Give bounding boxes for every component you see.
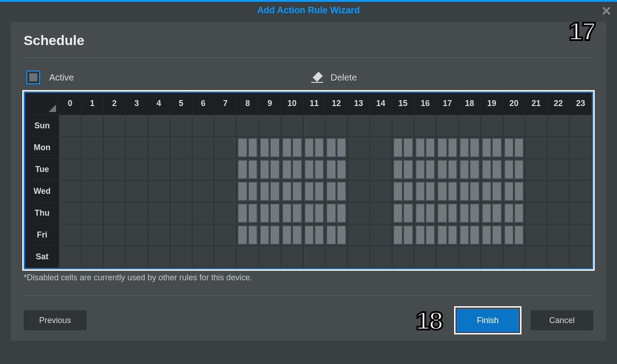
schedule-cell[interactable]: [281, 202, 303, 224]
schedule-cell[interactable]: [348, 224, 370, 246]
schedule-cell[interactable]: [103, 136, 126, 158]
schedule-cell[interactable]: [148, 202, 170, 224]
schedule-cell[interactable]: [547, 180, 570, 202]
schedule-cell[interactable]: [103, 158, 126, 180]
schedule-cell[interactable]: [414, 115, 436, 136]
schedule-cell[interactable]: [303, 115, 325, 136]
hour-header[interactable]: 20: [503, 93, 525, 115]
hour-header[interactable]: 10: [281, 93, 303, 115]
hour-header[interactable]: 21: [525, 93, 547, 115]
schedule-cell[interactable]: [170, 224, 192, 246]
schedule-cell[interactable]: [126, 202, 148, 224]
schedule-cell[interactable]: [192, 115, 214, 136]
schedule-cell[interactable]: [59, 158, 81, 180]
schedule-cell[interactable]: [126, 158, 148, 180]
schedule-cell[interactable]: [392, 246, 414, 268]
schedule-cell[interactable]: [170, 158, 192, 180]
schedule-cell[interactable]: [259, 202, 281, 224]
schedule-cell[interactable]: [480, 158, 503, 180]
hour-header[interactable]: 14: [369, 93, 392, 115]
schedule-cell[interactable]: [303, 246, 325, 268]
schedule-cell[interactable]: [259, 136, 281, 158]
schedule-cell[interactable]: [369, 246, 392, 268]
hour-header[interactable]: 18: [459, 93, 481, 115]
schedule-cell[interactable]: [525, 115, 547, 136]
schedule-cell[interactable]: [325, 246, 348, 268]
schedule-cell[interactable]: [392, 158, 414, 180]
hour-header[interactable]: 11: [303, 93, 325, 115]
schedule-cell[interactable]: [325, 202, 348, 224]
schedule-cell[interactable]: [81, 136, 103, 158]
schedule-cell[interactable]: [392, 224, 414, 246]
schedule-cell[interactable]: [480, 136, 503, 158]
schedule-cell[interactable]: [281, 246, 303, 268]
schedule-cell[interactable]: [414, 246, 436, 268]
schedule-cell[interactable]: [126, 136, 148, 158]
schedule-cell[interactable]: [237, 115, 259, 136]
schedule-cell[interactable]: [436, 202, 459, 224]
schedule-cell[interactable]: [503, 224, 525, 246]
schedule-cell[interactable]: [214, 246, 237, 268]
schedule-cell[interactable]: [103, 202, 126, 224]
schedule-cell[interactable]: [148, 136, 170, 158]
schedule-cell[interactable]: [569, 115, 592, 136]
schedule-cell[interactable]: [348, 180, 370, 202]
schedule-cell[interactable]: [325, 180, 348, 202]
schedule-cell[interactable]: [126, 224, 148, 246]
schedule-cell[interactable]: [259, 224, 281, 246]
schedule-cell[interactable]: [547, 202, 570, 224]
schedule-cell[interactable]: [81, 202, 103, 224]
schedule-cell[interactable]: [148, 180, 170, 202]
schedule-cell[interactable]: [81, 180, 103, 202]
schedule-cell[interactable]: [81, 158, 103, 180]
schedule-cell[interactable]: [459, 115, 481, 136]
schedule-cell[interactable]: [237, 180, 259, 202]
schedule-cell[interactable]: [348, 158, 370, 180]
schedule-cell[interactable]: [459, 180, 481, 202]
schedule-cell[interactable]: [480, 246, 503, 268]
schedule-cell[interactable]: [281, 180, 303, 202]
schedule-cell[interactable]: [59, 115, 81, 136]
schedule-cell[interactable]: [348, 136, 370, 158]
schedule-cell[interactable]: [303, 224, 325, 246]
schedule-cell[interactable]: [325, 224, 348, 246]
schedule-cell[interactable]: [148, 224, 170, 246]
schedule-cell[interactable]: [59, 224, 81, 246]
schedule-cell[interactable]: [414, 136, 436, 158]
schedule-cell[interactable]: [59, 136, 81, 158]
hour-header[interactable]: 8: [237, 93, 259, 115]
schedule-cell[interactable]: [503, 115, 525, 136]
hour-header[interactable]: 6: [192, 93, 214, 115]
schedule-cell[interactable]: [480, 224, 503, 246]
schedule-cell[interactable]: [436, 136, 459, 158]
schedule-cell[interactable]: [525, 136, 547, 158]
schedule-cell[interactable]: [569, 136, 592, 158]
schedule-cell[interactable]: [547, 224, 570, 246]
schedule-cell[interactable]: [459, 136, 481, 158]
hour-header[interactable]: 4: [148, 93, 170, 115]
schedule-cell[interactable]: [214, 224, 237, 246]
hour-header[interactable]: 12: [325, 93, 348, 115]
schedule-cell[interactable]: [192, 180, 214, 202]
schedule-cell[interactable]: [392, 180, 414, 202]
schedule-cell[interactable]: [348, 115, 370, 136]
schedule-cell[interactable]: [281, 224, 303, 246]
hour-header[interactable]: 2: [103, 93, 126, 115]
hour-header[interactable]: 19: [480, 93, 503, 115]
schedule-cell[interactable]: [547, 115, 570, 136]
schedule-cell[interactable]: [126, 180, 148, 202]
schedule-cell[interactable]: [170, 180, 192, 202]
schedule-cell[interactable]: [392, 115, 414, 136]
schedule-cell[interactable]: [503, 246, 525, 268]
schedule-cell[interactable]: [103, 224, 126, 246]
schedule-cell[interactable]: [436, 180, 459, 202]
schedule-cell[interactable]: [569, 158, 592, 180]
finish-button[interactable]: Finish: [458, 310, 517, 330]
schedule-cell[interactable]: [259, 180, 281, 202]
day-header[interactable]: Thu: [25, 202, 59, 224]
schedule-cell[interactable]: [480, 115, 503, 136]
schedule-cell[interactable]: [281, 115, 303, 136]
schedule-cell[interactable]: [348, 246, 370, 268]
day-header[interactable]: Tue: [25, 158, 59, 180]
schedule-cell[interactable]: [525, 202, 547, 224]
